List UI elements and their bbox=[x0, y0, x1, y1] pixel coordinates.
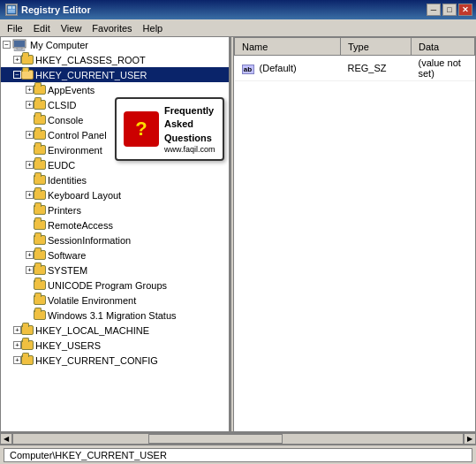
tree-appevents[interactable]: + AppEvents bbox=[1, 82, 229, 97]
expand-hku[interactable]: + bbox=[13, 341, 21, 349]
expand-keyboardlayout[interactable]: + bbox=[26, 191, 34, 199]
svg-rect-2 bbox=[12, 6, 15, 9]
svg-rect-3 bbox=[8, 10, 15, 11]
tree-hklm[interactable]: + HKEY_LOCAL_MACHINE bbox=[1, 323, 229, 338]
remoteaccess-label: RemoteAccess bbox=[48, 220, 113, 231]
close-button[interactable]: ✕ bbox=[458, 4, 472, 16]
scroll-left-button[interactable]: ◀ bbox=[0, 433, 12, 445]
svg-rect-7 bbox=[17, 48, 22, 49]
folder-icon-appevents bbox=[34, 85, 46, 95]
faq-overlay[interactable]: ? Frequently Asked Questions www.faqil.c… bbox=[115, 97, 224, 161]
tree-printers[interactable]: Printers bbox=[1, 202, 229, 217]
folder-icon-hkcc bbox=[21, 355, 34, 365]
tree-unicode[interactable]: UNICODE Program Groups bbox=[1, 278, 229, 293]
volatile-label: Volatile Environment bbox=[48, 295, 136, 306]
identities-label: Identities bbox=[48, 175, 87, 186]
tree-identities[interactable]: Identities bbox=[1, 172, 229, 187]
scroll-track[interactable] bbox=[12, 433, 464, 445]
hklm-label: HKEY_LOCAL_MACHINE bbox=[35, 325, 149, 336]
unicode-label: UNICODE Program Groups bbox=[48, 280, 167, 291]
system-label: SYSTEM bbox=[48, 265, 87, 276]
folder-icon-hklm bbox=[21, 325, 34, 335]
tree-hkcu[interactable]: − HKEY_CURRENT_USER bbox=[1, 67, 229, 82]
horizontal-scrollbar[interactable]: ◀ ▶ bbox=[0, 432, 476, 445]
minimize-button[interactable]: ─ bbox=[427, 4, 441, 16]
expand-software[interactable]: + bbox=[26, 251, 34, 259]
tree-software[interactable]: + Software bbox=[1, 247, 229, 262]
expand-hkcu[interactable]: − bbox=[13, 71, 21, 79]
faq-line1: Frequently bbox=[164, 104, 215, 118]
app-icon bbox=[5, 4, 18, 16]
menu-view[interactable]: View bbox=[56, 21, 87, 35]
tree-my-computer[interactable]: − My Computer bbox=[1, 37, 229, 52]
folder-icon-identities bbox=[34, 175, 46, 185]
menu-bar: File Edit View Favorites Help bbox=[0, 19, 476, 37]
expand-clsid[interactable]: + bbox=[26, 101, 34, 109]
folder-icon-console bbox=[34, 115, 46, 125]
environment-label: Environment bbox=[48, 145, 102, 156]
folder-icon-sessioninfo bbox=[34, 235, 46, 245]
tree-hku[interactable]: + HKEY_USERS bbox=[1, 338, 229, 353]
right-panel: Name Type Data ab (Default) REG_SZ (valu… bbox=[234, 37, 475, 431]
cell-type: REG_SZ bbox=[341, 56, 412, 81]
folder-icon-hkcu bbox=[21, 70, 34, 80]
expand-appevents[interactable]: + bbox=[26, 86, 34, 94]
expand-hklm[interactable]: + bbox=[13, 326, 21, 334]
faq-content: Frequently Asked Questions www.faqil.com bbox=[164, 104, 215, 154]
split-pane: − My Computer + HKEY_CLASSES_ROOT − bbox=[0, 37, 476, 432]
hkcc-label: HKEY_CURRENT_CONFIG bbox=[35, 355, 158, 366]
win31-label: Windows 3.1 Migration Status bbox=[48, 310, 177, 321]
tree-hkcc[interactable]: + HKEY_CURRENT_CONFIG bbox=[1, 353, 229, 368]
scroll-right-button[interactable]: ▶ bbox=[464, 433, 476, 445]
faq-question-mark: ? bbox=[135, 119, 147, 139]
folder-icon-environment bbox=[34, 145, 46, 155]
folder-icon-volatile bbox=[34, 295, 46, 305]
tree-panel: − My Computer + HKEY_CLASSES_ROOT − bbox=[1, 37, 230, 431]
tree-win31[interactable]: Windows 3.1 Migration Status bbox=[1, 308, 229, 323]
svg-rect-1 bbox=[8, 6, 11, 9]
expand-system[interactable]: + bbox=[26, 266, 34, 274]
tree-system[interactable]: + SYSTEM bbox=[1, 262, 229, 278]
col-type: Type bbox=[341, 38, 412, 56]
maximize-button[interactable]: □ bbox=[442, 4, 457, 16]
folder-icon-win31 bbox=[34, 310, 46, 320]
hkcr-label: HKEY_CLASSES_ROOT bbox=[35, 55, 146, 65]
expand-hkcc[interactable]: + bbox=[13, 356, 21, 364]
tree-volatile[interactable]: Volatile Environment bbox=[1, 293, 229, 308]
registry-table: Name Type Data ab (Default) REG_SZ (valu… bbox=[234, 37, 475, 81]
sessioninfo-label: SessionInformation bbox=[48, 235, 131, 246]
svg-rect-6 bbox=[14, 41, 25, 47]
title-text: Registry Editor bbox=[21, 4, 91, 15]
tree-keyboardlayout[interactable]: + Keyboard Layout bbox=[1, 187, 229, 202]
eudc-label: EUDC bbox=[48, 160, 75, 171]
printers-label: Printers bbox=[48, 205, 81, 216]
folder-icon-controlpanel bbox=[34, 130, 46, 140]
menu-file[interactable]: File bbox=[2, 21, 28, 35]
expand-eudc[interactable]: + bbox=[26, 161, 34, 169]
my-computer-label: My Computer bbox=[30, 40, 88, 50]
app-window: Registry Editor ─ □ ✕ File Edit View Fav… bbox=[0, 0, 476, 464]
menu-favorites[interactable]: Favorites bbox=[87, 21, 137, 35]
expand-my-computer[interactable]: − bbox=[3, 41, 11, 49]
expand-controlpanel[interactable]: + bbox=[26, 131, 34, 139]
tree-hkcr[interactable]: + HKEY_CLASSES_ROOT bbox=[1, 52, 229, 67]
folder-icon-keyboardlayout bbox=[34, 190, 46, 200]
col-data: Data bbox=[412, 38, 475, 56]
col-name: Name bbox=[235, 38, 341, 56]
hku-label: HKEY_USERS bbox=[35, 340, 101, 351]
tree-remoteaccess[interactable]: RemoteAccess bbox=[1, 217, 229, 232]
expand-hkcr[interactable]: + bbox=[13, 56, 21, 64]
menu-edit[interactable]: Edit bbox=[28, 21, 56, 35]
cell-name: ab (Default) bbox=[235, 56, 341, 81]
tree-sessioninfo[interactable]: SessionInformation bbox=[1, 232, 229, 247]
faq-icon: ? bbox=[124, 111, 159, 147]
folder-icon-hku bbox=[21, 340, 34, 350]
folder-icon-unicode bbox=[34, 280, 46, 290]
console-label: Console bbox=[48, 115, 83, 126]
cell-data: (value not set) bbox=[412, 56, 475, 81]
menu-help[interactable]: Help bbox=[138, 21, 169, 35]
scroll-thumb[interactable] bbox=[148, 434, 283, 444]
title-bar: Registry Editor ─ □ ✕ bbox=[0, 0, 476, 19]
folder-icon-system bbox=[34, 265, 46, 275]
table-row[interactable]: ab (Default) REG_SZ (value not set) bbox=[235, 56, 475, 81]
